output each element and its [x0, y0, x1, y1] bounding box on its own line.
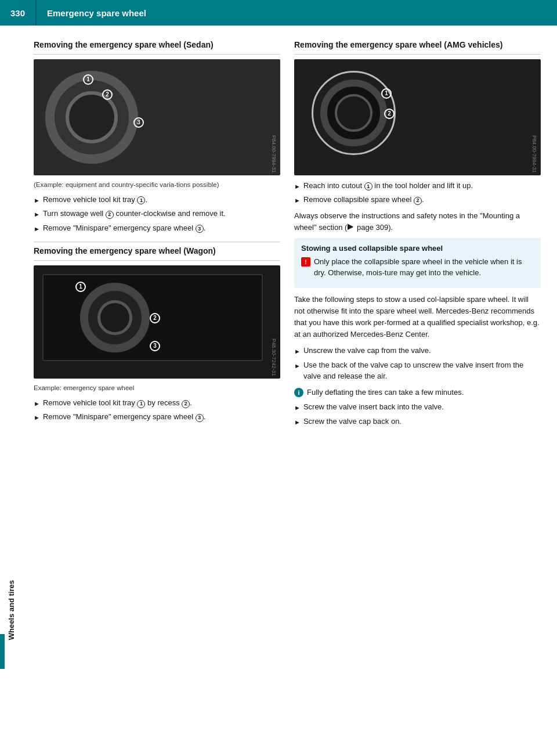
- sedan-watermark: P84.00-7994-31: [271, 135, 277, 173]
- arrow-icon-1: ►: [34, 196, 40, 206]
- amg-bullets: ► Reach into cutout 1 in the tool holder…: [294, 180, 541, 206]
- badge-1-wagon: 1: [75, 282, 86, 292]
- stow-bullet-1: ► Unscrew the valve cap from the valve.: [294, 345, 541, 357]
- content-area: Removing the emergency spare wheel (Seda…: [22, 26, 557, 756]
- arrow-icon-3: ►: [34, 224, 40, 234]
- sedan-bullets: ► Remove vehicle tool kit tray 1. ► Turn…: [34, 194, 280, 234]
- warning-icon: !: [301, 257, 310, 267]
- amg-bullet-2: ► Remove collapsible spare wheel 2.: [294, 194, 541, 206]
- divider-wagon: [34, 242, 280, 242]
- sedan-caption: (Example: equipment and country-specific…: [34, 180, 280, 189]
- sedan-bullet-3: ► Remove "Minispare" emergency spare whe…: [34, 222, 280, 234]
- section-sedan: Removing the emergency spare wheel (Seda…: [34, 39, 280, 233]
- wagon-image: 1 2 3 P48.30-7242-31: [34, 265, 280, 379]
- badge-2-sedan: 2: [102, 89, 113, 100]
- sedan-bullet-1: ► Remove vehicle tool kit tray 1.: [34, 194, 280, 206]
- badge-1-sedan: 1: [83, 74, 93, 85]
- badge-2-wagon: 2: [150, 313, 160, 323]
- stow-bullets-2: ► Screw the valve insert back into the v…: [294, 401, 541, 427]
- amg-watermark: P84.00-7994-31: [531, 135, 537, 173]
- badge-2-amg: 2: [384, 109, 395, 119]
- arrow-icon-s1: ►: [294, 347, 301, 357]
- stow-bullet-3: ► Screw the valve insert back into the v…: [294, 401, 541, 413]
- badge-1-amg: 1: [381, 88, 392, 99]
- section-amg-title: Removing the emergency spare wheel (AMG …: [294, 39, 541, 55]
- sedan-bullet-2: ► Turn stowage well 2 counter-clockwise …: [34, 208, 280, 219]
- arrow-icon-s2: ►: [294, 361, 301, 371]
- page-number: 330: [0, 0, 37, 26]
- wagon-bullet-2: ► Remove "Minispare" emergency spare whe…: [34, 411, 280, 423]
- main-layout: Wheels and tires Removing the emergency …: [0, 26, 557, 756]
- info-icon: i: [294, 388, 303, 397]
- sidebar: Wheels and tires: [0, 26, 22, 756]
- section-wagon-title: Removing the emergency spare wheel (Wago…: [34, 246, 280, 261]
- arrow-icon-s4: ►: [294, 417, 301, 427]
- amg-bullet-1: ► Reach into cutout 1 in the tool holder…: [294, 180, 541, 192]
- info-row: i Fully deflating the tires can take a f…: [294, 387, 541, 398]
- stow-bullet-2: ► Use the back of the valve cap to unscr…: [294, 359, 541, 382]
- arrow-icon-w2: ►: [34, 413, 40, 423]
- warning-text: Only place the collapsible spare wheel i…: [314, 256, 534, 279]
- header-bar: 330 Emergency spare wheel: [0, 0, 557, 26]
- wagon-caption: Example: emergency spare wheel: [34, 383, 280, 393]
- stow-box-title: Stowing a used collapsible spare wheel: [301, 244, 534, 253]
- amg-image: 1 2 P84.00-7994-31: [294, 59, 541, 175]
- arrow-icon-s3: ►: [294, 403, 301, 413]
- wagon-bullet-1: ► Remove vehicle tool kit tray 1 by rece…: [34, 397, 280, 409]
- badge-3-sedan: 3: [133, 117, 144, 128]
- arrow-icon-a1: ►: [294, 182, 301, 192]
- badge-3-wagon: 3: [150, 341, 160, 351]
- wagon-watermark: P48.30-7242-31: [271, 339, 277, 376]
- warning-row: ! Only place the collapsible spare wheel…: [301, 256, 534, 279]
- arrow-icon-2: ►: [34, 210, 40, 219]
- section-wagon: Removing the emergency spare wheel (Wago…: [34, 242, 280, 423]
- arrow-icon-w1: ►: [34, 399, 40, 409]
- section-sedan-title: Removing the emergency spare wheel (Seda…: [34, 39, 280, 55]
- stow-body-text: Take the following steps to stow a used …: [294, 294, 541, 341]
- stow-box: Stowing a used collapsible spare wheel !…: [294, 238, 541, 288]
- sedan-image: 1 2 3 P84.00-7994-31: [34, 59, 280, 175]
- stow-bullet-4: ► Screw the valve cap back on.: [294, 416, 541, 427]
- header-title: Emergency spare wheel: [37, 8, 146, 18]
- wagon-bullets: ► Remove vehicle tool kit tray 1 by rece…: [34, 397, 280, 423]
- amg-body-text: Always observe the instructions and safe…: [294, 210, 541, 233]
- left-column: Removing the emergency spare wheel (Seda…: [34, 39, 280, 742]
- section-amg: Removing the emergency spare wheel (AMG …: [294, 39, 541, 233]
- arrow-icon-a2: ►: [294, 196, 301, 206]
- info-text: Fully deflating the tires can take a few…: [307, 387, 464, 398]
- sidebar-accent: [0, 634, 5, 669]
- right-column: Removing the emergency spare wheel (AMG …: [294, 39, 541, 742]
- sidebar-label: Wheels and tires: [0, 580, 22, 640]
- stow-bullets: ► Unscrew the valve cap from the valve. …: [294, 345, 541, 382]
